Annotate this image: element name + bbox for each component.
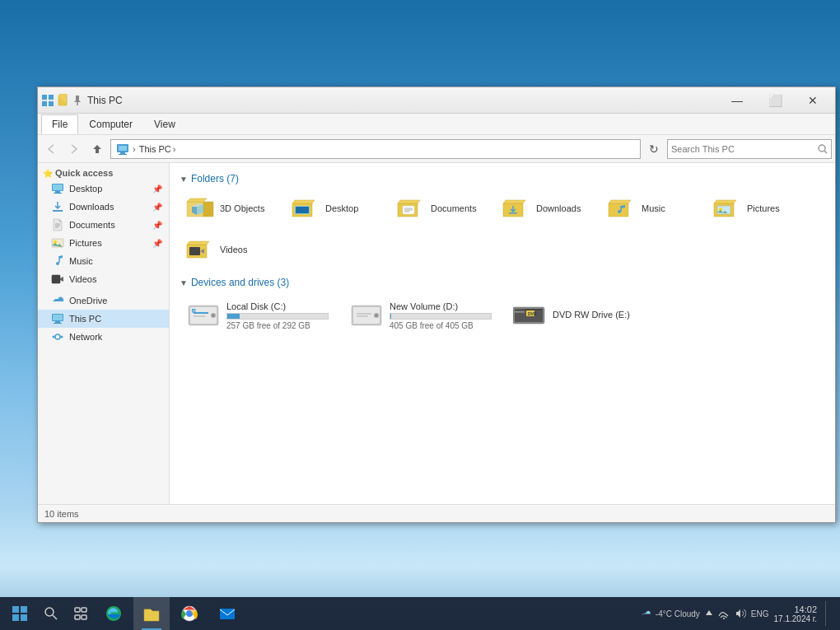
svg-rect-8 (42, 101, 47, 106)
drives-chevron[interactable]: ▼ (180, 278, 188, 287)
taskbar-edge-button[interactable] (96, 597, 132, 630)
sidebar-item-onedrive[interactable]: OneDrive (38, 292, 169, 310)
clock-date: 17.1.2024 г. (774, 614, 817, 623)
sidebar-item-music[interactable]: Music (38, 252, 169, 270)
downloads-sidebar-icon (51, 200, 64, 213)
edge-icon (105, 604, 123, 623)
folder-documents-label: Documents (431, 203, 477, 213)
taskbar-search-button[interactable] (36, 597, 66, 630)
drive-d-info: New Volume (D:) 405 GB free of 405 GB (390, 301, 492, 330)
sidebar-item-network[interactable]: Network (38, 328, 169, 346)
maximize-button[interactable]: ⬜ (756, 88, 794, 113)
network-sidebar-icon (51, 330, 64, 343)
svg-point-34 (53, 336, 55, 338)
system-tray: -4°C Cloudy (633, 601, 837, 626)
folder-item-desktop[interactable]: Desktop (285, 191, 384, 226)
svg-rect-68 (357, 315, 368, 317)
window-icon (41, 94, 54, 107)
taskbar-search-icon (44, 607, 58, 620)
pictures-sidebar-icon (51, 236, 64, 250)
up-button[interactable] (87, 139, 107, 159)
drive-c-info: Local Disk (C:) 257 GB free of 292 GB (226, 301, 329, 330)
folder-downloads-label: Downloads (536, 203, 581, 213)
folders-chevron[interactable]: ▼ (180, 175, 188, 184)
this-pc-sidebar-icon (51, 312, 64, 325)
svg-rect-57 (194, 315, 205, 317)
taskbar-chrome-button[interactable] (171, 597, 208, 630)
close-button[interactable]: ✕ (794, 88, 832, 113)
folder-item-videos[interactable]: Videos (180, 232, 278, 267)
svg-rect-71 (515, 311, 525, 313)
title-bar-icons (41, 94, 84, 107)
drive-item-c[interactable]: Local Disk (C:) 257 GB free of 292 GB (180, 295, 336, 339)
folder-item-3dobjects[interactable]: 3D Objects (180, 191, 278, 226)
menu-tab-view[interactable]: View (143, 114, 186, 134)
address-bar: › This PC › ↻ (38, 135, 835, 163)
back-button[interactable] (41, 139, 61, 159)
svg-rect-61 (192, 311, 194, 313)
drives-section-header: ▼ Devices and drives (3) (180, 277, 825, 288)
drive-d-name: New Volume (D:) (390, 301, 492, 311)
drives-grid: Local Disk (C:) 257 GB free of 292 GB (180, 295, 825, 339)
folder-music-icon (607, 195, 637, 222)
tray-language[interactable]: ENG (751, 609, 769, 618)
desktop-sidebar-icon (51, 182, 64, 195)
menu-tab-file[interactable]: File (41, 114, 78, 134)
folder-desktop-icon (291, 195, 320, 222)
svg-rect-87 (220, 609, 235, 619)
taskbar-taskview-button[interactable] (66, 597, 96, 630)
status-bar: 10 items (38, 504, 835, 522)
minimize-button[interactable]: — (718, 88, 756, 113)
quick-access-header[interactable]: ⭐ Quick access (38, 166, 169, 180)
sidebar-item-this-pc[interactable]: This PC (38, 310, 169, 328)
sidebar-item-desktop[interactable]: Desktop 📌 (38, 180, 169, 198)
folder-item-documents[interactable]: Documents (390, 191, 489, 226)
folder-item-music[interactable]: Music (601, 191, 700, 226)
svg-rect-21 (53, 210, 63, 212)
taskbar: -4°C Cloudy (0, 597, 840, 630)
pin-icon (71, 94, 84, 107)
sidebar-item-pictures[interactable]: Pictures 📌 (38, 234, 169, 252)
title-bar: This PC — ⬜ ✕ (38, 87, 835, 114)
svg-line-80 (53, 615, 57, 619)
system-clock[interactable]: 14:02 17.1.2024 г. (774, 604, 817, 623)
taskbar-apps (96, 597, 633, 630)
taskbar-explorer-button[interactable] (133, 597, 170, 630)
drive-e-icon: DVD (513, 301, 546, 330)
search-input[interactable] (671, 144, 818, 154)
svg-rect-31 (55, 321, 60, 323)
network-icon (718, 608, 730, 619)
refresh-button[interactable]: ↻ (644, 139, 664, 159)
desktop: Recycle Bin This (0, 0, 840, 630)
forward-button[interactable] (64, 139, 84, 159)
drive-c-size: 257 GB free of 292 GB (226, 321, 329, 330)
tray-weather[interactable]: -4°C Cloudy (640, 607, 700, 620)
windows-start-icon (12, 606, 27, 621)
sidebar-item-documents[interactable]: Documents 📌 (38, 216, 169, 234)
tray-network[interactable] (718, 608, 730, 619)
music-sidebar-icon (51, 254, 64, 268)
drive-d-top: New Volume (D:) 405 GB free of 405 GB (350, 301, 492, 330)
svg-rect-77 (12, 614, 19, 621)
search-box[interactable] (667, 139, 832, 159)
tray-volume[interactable] (735, 608, 746, 619)
drive-c-bar-container (226, 313, 329, 320)
menu-tab-computer[interactable]: Computer (78, 114, 143, 134)
drive-item-d[interactable]: New Volume (D:) 405 GB free of 405 GB (343, 295, 499, 339)
tray-show-hidden[interactable] (705, 609, 713, 618)
folder-item-pictures[interactable]: Pictures (707, 191, 805, 226)
start-button[interactable] (3, 597, 36, 630)
sidebar: ⭐ Quick access Desktop 📌 (38, 163, 170, 504)
svg-point-66 (376, 315, 378, 317)
taskbar-mail-button[interactable] (209, 597, 245, 630)
tray-show-desktop[interactable] (825, 601, 830, 626)
svg-rect-32 (54, 323, 62, 324)
folder-item-downloads[interactable]: Downloads (496, 191, 595, 226)
drive-item-e[interactable]: DVD DVD RW Drive (E:) (506, 295, 662, 339)
drives-section-title: Devices and drives (3) (191, 277, 289, 288)
folder-3dobjects-label: 3D Objects (220, 203, 264, 213)
sidebar-item-downloads[interactable]: Downloads 📌 (38, 198, 169, 216)
address-path[interactable]: › This PC › (110, 139, 641, 159)
svg-point-27 (56, 262, 59, 265)
sidebar-item-videos[interactable]: Videos (38, 270, 169, 288)
